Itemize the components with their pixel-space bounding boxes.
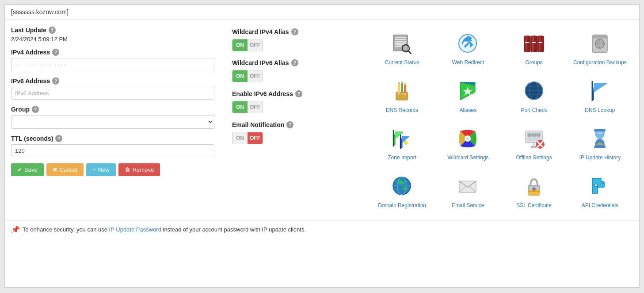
wildcard-ipv4-toggle[interactable]: ON OFF [232,39,263,51]
email-service-label: Email Service [452,202,484,209]
icons-panel: Current Status Web Redirect [365,27,633,212]
wildcard-ipv6-toggle[interactable]: ON OFF [232,70,263,82]
zone-import-label: Zone Import [388,154,416,162]
web-redirect-icon [455,30,481,57]
svg-rect-66 [531,146,537,148]
svg-rect-18 [539,36,541,52]
remove-button[interactable]: 🗑 Remove [118,163,160,176]
svg-rect-21 [592,35,607,39]
current-status-icon [389,30,415,57]
svg-rect-71 [594,146,606,148]
svg-rect-1 [395,37,406,38]
group-row: Group ? [11,106,214,129]
current-status-icon-item[interactable]: Current Status [369,27,435,70]
email-notification-label: Email Notification ? [232,121,356,128]
svg-rect-33 [401,81,403,93]
group-select[interactable] [11,115,214,129]
port-check-icon-item[interactable]: Port Check [501,74,567,118]
svg-marker-50 [594,83,607,92]
groups-label: Groups [525,59,542,66]
content-area: Last Update ? 2/24/2024 5:09:12 PM IPv4 … [5,19,639,217]
wildcard-settings-icon-item[interactable]: Wildcard Settings [435,122,501,165]
dns-lookup-label: DNS Lookup [585,107,615,114]
ttl-input[interactable] [11,144,214,157]
ip-update-history-icon [587,125,613,152]
aliases-label: Aliases [460,107,477,114]
toggle-off-option[interactable]: OFF [248,132,263,144]
toggle-on-option[interactable]: ON [232,132,248,144]
ttl-help-icon[interactable]: ? [55,135,62,142]
footer-note-text: To enhance security, you can use IP Upda… [23,226,306,233]
groups-icon-item[interactable]: Groups [501,27,567,70]
last-update-label: Last Update ? [11,27,214,34]
ip-update-history-label: IP Update History [579,154,621,162]
svg-line-8 [408,51,411,54]
group-help-icon[interactable]: ? [32,106,39,113]
aliases-icon [455,78,481,104]
api-credentials-label: API Credentials [582,202,618,209]
ipv4-input[interactable] [11,58,214,71]
svg-rect-16 [532,42,536,43]
configuration-backups-icon-item[interactable]: Configuration Backups [567,27,633,70]
toggle-panel: Wildcard IPv4 Alias ? ON OFF Wildcard IP… [232,27,365,212]
email-notification-toggle[interactable]: ON OFF [232,132,263,144]
dns-records-icon-item[interactable]: DNS Records [369,74,435,118]
svg-rect-12 [526,36,527,52]
ssl-certificate-label: SSL Certificate [516,202,552,209]
wildcard-settings-icon [455,125,481,152]
wildcard-ipv6-help-icon[interactable]: ? [291,59,298,66]
dns-lookup-icon-item[interactable]: DNS Lookup [567,74,633,118]
toggle-off-option[interactable]: OFF [248,39,263,51]
ipv6-row: IPv6 Address ? [11,77,214,100]
wildcard-ipv4-help-icon[interactable]: ? [291,28,298,35]
svg-rect-3 [395,41,406,42]
ip-update-password-link[interactable]: IP Update Password [109,226,161,233]
ipv6-input[interactable] [11,87,214,100]
current-status-label: Current Status [385,59,419,66]
svg-point-59 [466,137,469,140]
toggle-on-option[interactable]: ON [232,101,248,113]
groups-icon [521,30,547,57]
email-service-icon-item[interactable]: Email Service [435,170,501,213]
svg-rect-70 [594,129,606,131]
svg-rect-13 [525,42,529,43]
last-update-row: Last Update ? 2/24/2024 5:09:12 PM [11,27,214,42]
form-panel: Last Update ? 2/24/2024 5:09:12 PM IPv4 … [11,27,232,212]
zone-import-icon [389,125,415,152]
domain-title: [sssssss.kozow.com] [11,8,69,15]
svg-rect-15 [532,36,534,52]
offline-settings-icon-item[interactable]: Offline Settings [501,122,567,165]
email-notification-help-icon[interactable]: ? [286,121,293,128]
toggle-off-option[interactable]: OFF [248,70,263,82]
ssl-certificate-icon-item[interactable]: SSL Certificate [501,170,567,213]
domain-registration-icon [389,173,415,200]
web-redirect-label: Web Redirect [452,59,484,66]
enable-ipv6-help-icon[interactable]: ? [295,90,302,97]
dns-records-label: DNS Records [386,107,418,114]
toggle-on-option[interactable]: ON [232,39,248,51]
svg-rect-84 [528,191,540,192]
svg-rect-62 [528,134,531,136]
api-credentials-icon [587,173,613,200]
group-label: Group ? [11,106,214,113]
enable-ipv6-toggle-row: Enable IPv6 Address ? ON OFF [232,90,356,113]
save-button[interactable]: ✔ Save [11,163,44,176]
aliases-icon-item[interactable]: Aliases [435,74,501,118]
configuration-backups-label: Configuration Backups [573,59,627,66]
web-redirect-icon-item[interactable]: Web Redirect [435,27,501,70]
ipv6-help-icon[interactable]: ? [52,77,59,85]
zone-import-icon-item[interactable]: Zone Import [369,122,435,165]
ipv4-help-icon[interactable]: ? [52,49,59,56]
offline-settings-label: Offline Settings [516,154,552,162]
cancel-button[interactable]: ✖ Cancel [46,163,84,176]
domain-registration-label: Domain Registration [378,202,426,209]
toggle-on-option[interactable]: ON [232,70,248,82]
last-update-help-icon[interactable]: ? [49,27,56,34]
new-button[interactable]: + New [86,163,116,176]
toggle-off-option[interactable]: OFF [248,101,263,113]
domain-registration-icon-item[interactable]: Domain Registration [369,170,435,213]
enable-ipv6-label: Enable IPv6 Address ? [232,90,356,97]
ip-update-history-icon-item[interactable]: IP Update History [567,122,633,165]
enable-ipv6-toggle[interactable]: ON OFF [232,101,263,113]
api-credentials-icon-item[interactable]: API Credentials [567,170,633,213]
